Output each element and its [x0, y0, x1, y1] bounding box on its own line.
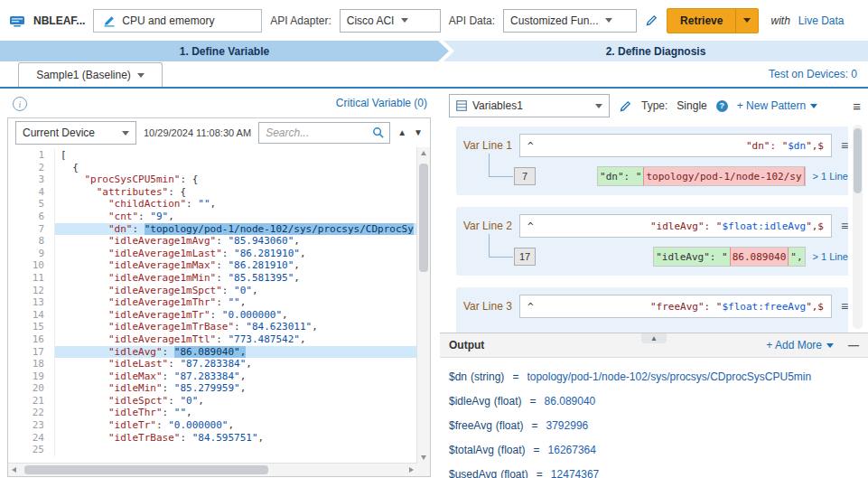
code-line[interactable]: 2 { [8, 162, 417, 174]
code-line[interactable]: 18 "idleLast": "87.283384", [8, 358, 417, 370]
code-line[interactable]: 15 "idleAverage1mTrBase": "84.623011", [8, 321, 417, 333]
scroll-right-icon[interactable] [409, 467, 414, 473]
code-line[interactable]: 16 "idleAverage1mTtl": "773.487542", [8, 333, 417, 346]
line-number: 7 [8, 223, 55, 236]
expand-match-link[interactable]: > 1 Line [813, 171, 848, 182]
chevron-down-icon [605, 18, 612, 23]
code-line[interactable]: 25 [8, 444, 417, 456]
line-number: 13 [8, 296, 55, 309]
scroll-down-icon[interactable] [421, 455, 426, 460]
code-line[interactable]: 6 "cnt": "9", [8, 211, 417, 223]
type-value: Single [677, 99, 706, 112]
edit-api-data-icon[interactable] [645, 14, 658, 27]
sample-controls: Current Device 10/29/2024 11:08:30 AM ▲ … [8, 118, 430, 147]
menu-icon[interactable]: ≡ [853, 99, 861, 113]
code-line[interactable]: 24 "idleTrBase": "84.595751", [8, 432, 417, 445]
api-adapter-select[interactable]: Cisco ACI [340, 9, 441, 33]
variables-select[interactable]: Variables1 [449, 94, 610, 117]
line-number: 23 [8, 419, 55, 432]
output-variable-type: (float) [496, 419, 524, 432]
search-box[interactable] [258, 122, 390, 144]
tab-label: Sample1 (Baseline) [36, 69, 131, 81]
pattern-menu-icon[interactable]: ≡ [837, 220, 848, 232]
minimize-output-button[interactable]: — [848, 339, 859, 351]
code-line[interactable]: 8 "idleAverage1mAvg": "85.943060", [8, 235, 417, 248]
code-line[interactable]: 11 "idleAverage1mMin": "85.581395", [8, 272, 417, 285]
scrollbar-thumb[interactable] [419, 164, 428, 272]
code-line[interactable]: 20 "idleMin": "85.279959", [8, 382, 417, 395]
connector-line [489, 234, 513, 258]
critical-variable-link[interactable]: Critical Variable (0) [336, 97, 427, 109]
code-line[interactable]: 19 "idleMax": "87.283384", [8, 370, 417, 383]
variables-select-value: Variables1 [472, 99, 523, 112]
new-pattern-button[interactable]: + New Pattern [737, 99, 817, 112]
scroll-up-icon[interactable] [421, 151, 426, 155]
help-icon[interactable]: ? [716, 100, 728, 112]
retrieve-button[interactable]: Retrieve [667, 8, 759, 33]
code-line[interactable]: 17 "idleAvg": "86.089040", [8, 346, 417, 359]
qapp-name-box[interactable]: CPU and ememory [93, 9, 262, 33]
tab-bar: Sample1 (Baseline) Test on Devices: 0 [0, 61, 868, 89]
test-on-devices-link[interactable]: Test on Devices: 0 [769, 68, 857, 80]
line-number: 1 [8, 149, 55, 162]
pattern-input[interactable]: ^ "dn": "$dn",$ [519, 134, 832, 157]
scroll-left-icon[interactable] [12, 467, 16, 473]
code-line[interactable]: 9 "idleAverage1mLast": "86.281910", [8, 248, 417, 260]
edit-variables-icon[interactable] [619, 99, 632, 113]
search-input[interactable] [264, 126, 372, 140]
collapse-output-button[interactable]: ▲ [641, 333, 667, 343]
step1-label: 1. Define Variable [180, 45, 269, 58]
code-line[interactable]: 13 "idleAverage1mThr": "", [8, 296, 417, 309]
code-line[interactable]: 7 "dn": "topology/pod-1/node-102/sys/pro… [8, 223, 417, 236]
line-number: 12 [8, 285, 55, 297]
scrollbar-corner [417, 464, 430, 476]
qapp-icon [103, 14, 116, 27]
var-line-3-block: Var Line 3 ^ "freeAvg": "$float:freeAvg"… [456, 287, 848, 333]
code-line[interactable]: 1[ [8, 149, 417, 162]
chevron-down-icon [826, 343, 834, 348]
pattern-menu-icon[interactable]: ≡ [837, 139, 848, 152]
retrieve-dropdown-button[interactable] [735, 9, 758, 33]
next-match-button[interactable]: ▼ [414, 128, 423, 137]
scrollbar-thumb[interactable] [854, 128, 862, 193]
pattern-scrollbar[interactable] [853, 125, 863, 329]
device-select[interactable]: Current Device [15, 121, 136, 145]
live-data-link[interactable]: Live Data [798, 14, 845, 27]
code-line[interactable]: 23 "idleTr": "0.000000", [8, 419, 417, 432]
code-line[interactable]: 10 "idleAverage1mMax": "86.281910", [8, 259, 417, 272]
code-line[interactable]: 5 "childAction": "", [8, 198, 417, 211]
code-line[interactable]: 3 "procSysCPU5min": { [8, 173, 417, 186]
prev-match-button[interactable]: ▲ [397, 128, 406, 137]
output-variable-name: $totalAvg [449, 444, 494, 456]
var-line-label: Var Line 1 [463, 139, 514, 152]
add-more-label: + Add More [766, 339, 822, 351]
code-line[interactable]: 21 "idleSpct": "0", [8, 395, 417, 408]
pattern-input[interactable]: ^ "idleAvg": "$float:idleAvg",$ [519, 214, 832, 238]
expand-match-link[interactable]: > 1 Line [813, 251, 848, 262]
output-equals: = [512, 370, 518, 383]
code-line[interactable]: 14 "idleAverage1mTr": "0.000000", [8, 309, 417, 322]
search-icon[interactable] [372, 127, 385, 139]
editor-horizontal-scrollbar[interactable] [8, 463, 417, 476]
pattern-anchor: ^ [527, 140, 534, 152]
info-icon[interactable]: i [13, 97, 27, 111]
pattern-menu-icon[interactable]: ≡ [837, 300, 848, 313]
pattern-input[interactable]: ^ "freeAvg": "$float:freeAvg",$ [519, 295, 832, 318]
step-define-variable[interactable]: 1. Define Variable [0, 41, 449, 61]
pattern-literal: "dn": " [746, 140, 788, 152]
line-number: 5 [8, 198, 55, 211]
output-variable-type: (float) [498, 444, 526, 456]
line-number: 17 [8, 346, 55, 359]
code-line[interactable]: 4 "attributes": { [8, 186, 417, 199]
tab-sample1-baseline[interactable]: Sample1 (Baseline) [18, 62, 163, 87]
match-captured-value: topology/pod-1/node-102/sy [643, 167, 804, 185]
scrollbar-thumb[interactable] [24, 465, 268, 474]
match-preview: "dn": "topology/pod-1/node-102/sy [597, 166, 806, 186]
code-line[interactable]: 22 "idleThr": "", [8, 407, 417, 419]
pattern-anchor: ^ [527, 220, 534, 232]
step-define-diagnosis[interactable]: 2. Define Diagnosis [443, 41, 868, 61]
code-line[interactable]: 12 "idleAverage1mSpct": "0", [8, 285, 417, 297]
editor-vertical-scrollbar[interactable] [416, 147, 430, 464]
add-more-button[interactable]: + Add More [766, 339, 834, 351]
api-data-select[interactable]: Customized Fun... [503, 9, 637, 33]
